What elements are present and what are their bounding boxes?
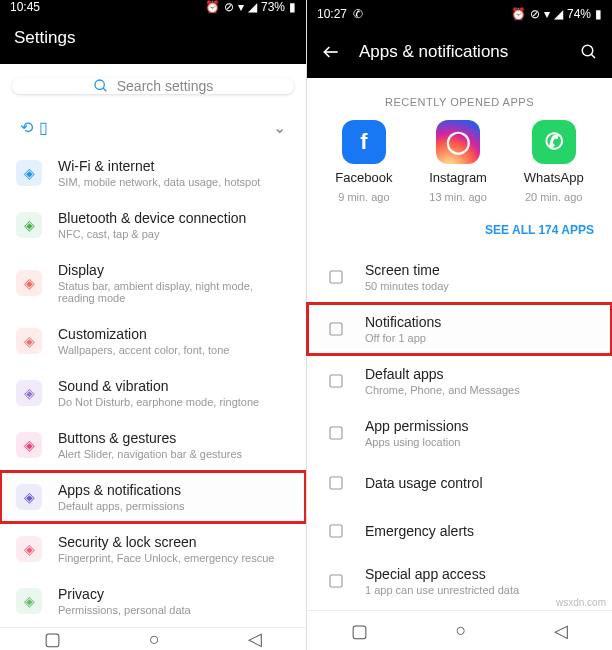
watermark: wsxdn.com: [556, 597, 606, 608]
list-item[interactable]: Data usage control: [307, 459, 612, 507]
quick-toggle-row[interactable]: ⟲ ▯ ⌄: [0, 108, 306, 147]
item-title: Default apps: [365, 366, 520, 382]
disp-icon: ◈: [16, 270, 42, 296]
settings-item-btn[interactable]: ◈ Buttons & gestures Alert Slider, navig…: [0, 419, 306, 471]
search-input[interactable]: Search settings: [12, 78, 294, 94]
settings-item-sound[interactable]: ◈ Sound & vibration Do Not Disturb, earp…: [0, 367, 306, 419]
app-instagram[interactable]: ◯ Instagram 13 min. ago: [429, 120, 487, 203]
settings-list: ◈ Wi-Fi & internet SIM, mobile network, …: [0, 147, 306, 627]
list-item[interactable]: Default appsChrome, Phone, and Messages: [307, 355, 612, 407]
page-title: Settings: [14, 28, 292, 48]
nav-recent[interactable]: ▢: [44, 628, 61, 650]
nav-back[interactable]: ◁: [554, 620, 568, 642]
search-placeholder: Search settings: [117, 78, 214, 94]
header: Apps & notifications: [307, 28, 612, 78]
dnd-icon: ⊘: [224, 0, 234, 14]
svg-rect-7: [330, 375, 342, 387]
item-subtitle: NFC, cast, tap & pay: [58, 228, 246, 240]
item-text: Default appsChrome, Phone, and Messages: [365, 366, 520, 396]
item-text: Sound & vibration Do Not Disturb, earpho…: [58, 378, 259, 408]
settings-item-cust[interactable]: ◈ Customization Wallpapers, accent color…: [0, 315, 306, 367]
item-title: Sound & vibration: [58, 378, 259, 394]
alarm-icon: ⏰: [511, 7, 526, 21]
app-name: Facebook: [335, 170, 392, 185]
svg-rect-11: [330, 575, 342, 587]
item-title: Display: [58, 262, 290, 278]
wifi-icon: ▾: [238, 0, 244, 14]
nav-home[interactable]: ○: [456, 620, 467, 641]
item-text: Bluetooth & device connection NFC, cast,…: [58, 210, 246, 240]
priv-icon: ◈: [16, 588, 42, 614]
btn-icon: ◈: [16, 432, 42, 458]
app-icon: f: [342, 120, 386, 164]
settings-item-bt[interactable]: ◈ Bluetooth & device connection NFC, cas…: [0, 199, 306, 251]
signal-icon: ◢: [248, 0, 257, 14]
settings-item-apps[interactable]: ◈ Apps & notifications Default apps, per…: [0, 471, 306, 523]
search-icon[interactable]: [580, 43, 598, 61]
bt-icon: ◈: [16, 212, 42, 238]
svg-point-3: [582, 45, 593, 56]
item-text: Emergency alerts: [365, 523, 474, 539]
svg-line-4: [591, 54, 595, 58]
item-title: Data usage control: [365, 475, 483, 491]
recent-apps-row: f Facebook 9 min. ago◯ Instagram 13 min.…: [307, 120, 612, 213]
back-icon[interactable]: [321, 42, 341, 62]
battery-icon: ▮: [595, 7, 602, 21]
app-name: Instagram: [429, 170, 487, 185]
item-subtitle: Default apps, permissions: [58, 500, 185, 512]
battery-pct: 73%: [261, 0, 285, 14]
app-facebook[interactable]: f Facebook 9 min. ago: [335, 120, 392, 203]
settings-item-disp[interactable]: ◈ Display Status bar, ambient display, n…: [0, 251, 306, 315]
settings-item-wifi[interactable]: ◈ Wi-Fi & internet SIM, mobile network, …: [0, 147, 306, 199]
item-icon: [323, 420, 349, 446]
signal-icon: ◢: [554, 7, 563, 21]
settings-item-priv[interactable]: ◈ Privacy Permissions, personal data: [0, 575, 306, 627]
item-title: Privacy: [58, 586, 191, 602]
cust-icon: ◈: [16, 328, 42, 354]
item-icon: [323, 568, 349, 594]
status-time: 10:45: [10, 0, 40, 14]
nav-back[interactable]: ◁: [248, 628, 262, 650]
item-text: Data usage control: [365, 475, 483, 491]
page-title: Apps & notifications: [359, 42, 562, 62]
right-phone: 10:27 ✆ ⏰ ⊘ ▾ ◢ 74% ▮ Apps & notificatio…: [306, 0, 612, 650]
nav-home[interactable]: ○: [149, 629, 160, 650]
settings-item-lock[interactable]: ◈ Security & lock screen Fingerprint, Fa…: [0, 523, 306, 575]
item-icon: [323, 368, 349, 394]
list-item[interactable]: App permissionsApps using location: [307, 407, 612, 459]
item-text: NotificationsOff for 1 app: [365, 314, 441, 344]
see-all-apps-link[interactable]: SEE ALL 174 APPS: [307, 213, 612, 251]
app-icon: ✆: [532, 120, 576, 164]
item-title: Screen time: [365, 262, 449, 278]
svg-rect-6: [330, 323, 342, 335]
nav-bar: ▢ ○ ◁: [307, 610, 612, 650]
chevron-down-icon: ⌄: [273, 118, 286, 137]
item-text: Security & lock screen Fingerprint, Face…: [58, 534, 274, 564]
item-icon: [323, 264, 349, 290]
lock-icon: ◈: [16, 536, 42, 562]
status-time: 10:27: [317, 7, 347, 21]
whatsapp-notif-icon: ✆: [353, 7, 363, 21]
app-whatsapp[interactable]: ✆ WhatsApp 20 min. ago: [524, 120, 584, 203]
item-subtitle: Wallpapers, accent color, font, tone: [58, 344, 229, 356]
vibrate-icon: ▯: [39, 118, 48, 137]
item-subtitle: Permissions, personal data: [58, 604, 191, 616]
list-item[interactable]: Screen time50 minutes today: [307, 251, 612, 303]
item-text: Buttons & gestures Alert Slider, navigat…: [58, 430, 242, 460]
item-subtitle: Do Not Disturb, earphone mode, ringtone: [58, 396, 259, 408]
item-subtitle: Chrome, Phone, and Messages: [365, 384, 520, 396]
nav-bar: ▢ ○ ◁: [0, 627, 306, 650]
list-item[interactable]: NotificationsOff for 1 app: [307, 303, 612, 355]
alarm-icon: ⏰: [205, 0, 220, 14]
item-subtitle: 50 minutes today: [365, 280, 449, 292]
status-bar: 10:27 ✆ ⏰ ⊘ ▾ ◢ 74% ▮: [307, 0, 612, 28]
nav-recent[interactable]: ▢: [351, 620, 368, 642]
item-title: Emergency alerts: [365, 523, 474, 539]
item-title: Buttons & gestures: [58, 430, 242, 446]
rotate-icon: ⟲: [20, 118, 33, 137]
svg-line-1: [103, 88, 106, 91]
list-item[interactable]: Emergency alerts: [307, 507, 612, 555]
item-text: Screen time50 minutes today: [365, 262, 449, 292]
svg-rect-10: [330, 525, 342, 537]
item-subtitle: Fingerprint, Face Unlock, emergency resc…: [58, 552, 274, 564]
